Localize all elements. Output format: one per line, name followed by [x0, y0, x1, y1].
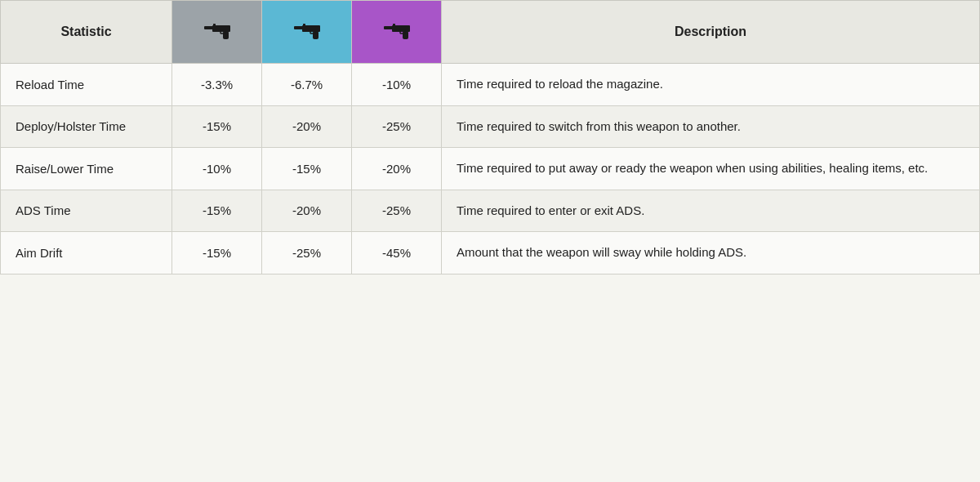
- tier2-value-cell: -6.7%: [262, 64, 352, 106]
- tier3-value-cell: -20%: [352, 148, 442, 190]
- svg-rect-4: [213, 24, 216, 26]
- tier1-column-header: [172, 1, 262, 64]
- table-row: Aim Drift-15%-25%-45%Amount that the wea…: [1, 232, 980, 274]
- description-cell: Amount that the weapon will sway while h…: [442, 232, 980, 274]
- svg-rect-14: [393, 24, 395, 26]
- description-cell: Time required to switch from this weapon…: [442, 105, 980, 148]
- tier1-value-cell: -15%: [172, 105, 262, 148]
- stat-name-cell: Aim Drift: [1, 232, 172, 274]
- tier1-gun-icon: [198, 16, 237, 45]
- stat-name-cell: Reload Time: [1, 64, 172, 106]
- table-row: Raise/Lower Time-10%-15%-20%Time require…: [1, 148, 980, 190]
- tier3-value-cell: -45%: [352, 232, 442, 274]
- svg-rect-6: [294, 26, 304, 29]
- description-column-header: Description: [442, 1, 980, 64]
- tier2-value-cell: -15%: [262, 148, 352, 190]
- statistic-column-header: Statistic: [1, 1, 172, 64]
- stats-table: Statistic: [0, 0, 980, 274]
- table-row: ADS Time-15%-20%-25%Time required to ent…: [1, 190, 980, 232]
- tier1-value-cell: -3.3%: [172, 64, 262, 106]
- svg-rect-10: [392, 25, 410, 32]
- table-row: Reload Time-3.3%-6.7%-10%Time required t…: [1, 64, 980, 106]
- tier3-value-cell: -25%: [352, 105, 442, 148]
- tier2-value-cell: -20%: [262, 190, 352, 232]
- tier3-value-cell: -10%: [352, 64, 442, 106]
- statistic-header-label: Statistic: [60, 25, 111, 38]
- stat-name-cell: Deploy/Holster Time: [1, 105, 172, 148]
- description-cell: Time required to enter or exit ADS.: [442, 190, 980, 232]
- description-cell: Time required to reload the magazine.: [442, 64, 980, 106]
- description-cell: Time required to put away or ready the w…: [442, 148, 980, 190]
- svg-rect-1: [204, 26, 214, 29]
- tier2-value-cell: -25%: [262, 232, 352, 274]
- svg-rect-0: [212, 25, 230, 32]
- tier3-value-cell: -25%: [352, 190, 442, 232]
- svg-rect-11: [384, 26, 394, 29]
- tier1-value-cell: -15%: [172, 190, 262, 232]
- description-header-label: Description: [675, 25, 746, 38]
- tier2-gun-icon: [287, 16, 327, 45]
- stat-name-cell: ADS Time: [1, 190, 172, 232]
- tier1-value-cell: -15%: [172, 232, 262, 274]
- tier3-gun-icon: [377, 16, 416, 45]
- tier2-value-cell: -20%: [262, 105, 352, 148]
- svg-rect-5: [302, 25, 320, 32]
- svg-rect-9: [303, 24, 305, 26]
- stat-name-cell: Raise/Lower Time: [1, 148, 172, 190]
- tier2-column-header: [262, 1, 352, 64]
- table-row: Deploy/Holster Time-15%-20%-25%Time requ…: [1, 105, 980, 148]
- tier1-value-cell: -10%: [172, 148, 262, 190]
- tier3-column-header: [352, 1, 442, 64]
